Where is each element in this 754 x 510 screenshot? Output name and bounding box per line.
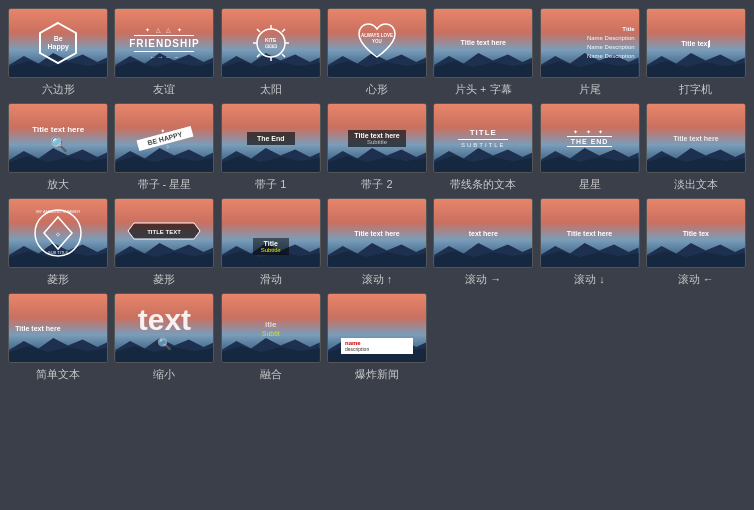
title-line-card[interactable]: TITLE SUBTITLE bbox=[433, 103, 533, 173]
banner1-text: The End bbox=[247, 132, 295, 145]
friendship-text: FRIENDSHIP bbox=[129, 38, 200, 49]
item-label: 片头 + 字幕 bbox=[455, 82, 512, 97]
list-item: text here 滚动 → bbox=[433, 198, 533, 287]
item-label: 片尾 bbox=[579, 82, 601, 97]
scroll-left-text: Title tex bbox=[683, 230, 709, 237]
rhombus-card[interactable]: TITLE TEXT bbox=[114, 198, 214, 268]
scroll-up-text: Title text here bbox=[354, 230, 399, 237]
banner1-card[interactable]: The End bbox=[221, 103, 321, 173]
item-label: 打字机 bbox=[679, 82, 712, 97]
merge-card[interactable]: itle Subtit bbox=[221, 293, 321, 363]
item-label: 缩小 bbox=[153, 367, 175, 382]
list-item: ✦ △ △ ✦ FRIENDSHIP ← → ← → 友谊 bbox=[114, 8, 214, 97]
list-item: Title text here 滚动 ↓ bbox=[539, 198, 639, 287]
list-item: KITE ⊡⊡⊡ 太阳 bbox=[221, 8, 321, 97]
sun-text2: ⊡⊡⊡ bbox=[265, 43, 277, 49]
item-label: 带子 - 星星 bbox=[138, 177, 192, 192]
list-item: TITLE SUBTITLE 带线条的文本 bbox=[433, 103, 533, 192]
list-item: ★ BE HAPPY ☆ 带子 - 星星 bbox=[114, 103, 214, 192]
news-desc-text: description bbox=[345, 346, 409, 352]
item-label: 友谊 bbox=[153, 82, 175, 97]
title-line-subtitle: SUBTITLE bbox=[458, 142, 508, 148]
scroll-down-card[interactable]: Title text here bbox=[540, 198, 640, 268]
simple-card[interactable]: Title text here bbox=[8, 293, 108, 363]
list-item: ✦ ✦ ✦ THE END 星星 bbox=[539, 103, 639, 192]
svg-text:◇: ◇ bbox=[55, 231, 61, 237]
slide-card[interactable]: Title Subtitle bbox=[221, 198, 321, 268]
zoom-out-card[interactable]: text 🔍 bbox=[114, 293, 214, 363]
item-label: 菱形 bbox=[153, 272, 175, 287]
scroll-left-card[interactable]: Title tex bbox=[646, 198, 746, 268]
scroll-right-text: text here bbox=[469, 230, 498, 237]
item-label: 心形 bbox=[366, 82, 388, 97]
svg-line-7 bbox=[282, 54, 285, 57]
item-label: 滚动 ← bbox=[678, 272, 714, 287]
list-item: itle Subtit 融合 bbox=[221, 293, 321, 382]
slide-subtitle-text: Subtitle bbox=[261, 247, 281, 253]
scroll-down-text: Title text here bbox=[567, 230, 612, 237]
slide-title-text: Title bbox=[261, 240, 281, 247]
item-label: 六边形 bbox=[42, 82, 75, 97]
merge-title: itle bbox=[265, 320, 277, 329]
fade-title: Title text here bbox=[673, 135, 718, 142]
list-item: Title text here Subtitle 带子 2 bbox=[327, 103, 427, 192]
list-item: Title tex| 打字机 bbox=[646, 8, 746, 97]
title-line-title: TITLE bbox=[458, 128, 508, 137]
tail-text: Title Name Description Name Description … bbox=[587, 25, 635, 61]
list-item: Title Subtitle 滑动 bbox=[221, 198, 321, 287]
list-item: Title text here 淡出文本 bbox=[646, 103, 746, 192]
item-label: 菱形 bbox=[47, 272, 69, 287]
tail-card[interactable]: Title Name Description Name Description … bbox=[540, 8, 640, 78]
item-label: 滑动 bbox=[260, 272, 282, 287]
magnify-card[interactable]: Title text here 🔍 bbox=[8, 103, 108, 173]
item-label: 爆炸新闻 bbox=[355, 367, 399, 382]
svg-line-8 bbox=[282, 29, 285, 32]
scroll-right-card[interactable]: text here bbox=[433, 198, 533, 268]
svg-text:TITLE TEXT: TITLE TEXT bbox=[148, 229, 182, 235]
item-label: 简单文本 bbox=[36, 367, 80, 382]
item-label: 太阳 bbox=[260, 82, 282, 97]
heart-card[interactable]: ALWAYS LOVE YOU bbox=[327, 8, 427, 78]
zoom-big-text: text bbox=[138, 305, 191, 335]
magnify-icon: 🔍 bbox=[50, 136, 67, 152]
list-item: ALWAYS LOVE YOU 心形 bbox=[327, 8, 427, 97]
banner2-title: Title text here bbox=[354, 132, 399, 139]
item-label: 滚动 → bbox=[465, 272, 501, 287]
svg-line-9 bbox=[257, 54, 260, 57]
svg-text:YOU: YOU bbox=[372, 39, 382, 44]
item-label: 带子 1 bbox=[255, 177, 286, 192]
merge-subtitle: Subtit bbox=[262, 330, 280, 337]
template-grid: Be Happy 六边形 ✦ △ △ ✦ FRIENDSHIP ← → ← → … bbox=[8, 8, 746, 382]
banner-star-card[interactable]: ★ BE HAPPY ☆ bbox=[114, 103, 214, 173]
list-item: Be Happy 六边形 bbox=[8, 8, 108, 97]
simple-text: Title text here bbox=[15, 325, 60, 332]
zoom-icon: 🔍 bbox=[157, 337, 172, 351]
list-item: name description 爆炸新闻 bbox=[327, 293, 427, 382]
friendship-card[interactable]: ✦ △ △ ✦ FRIENDSHIP ← → ← → bbox=[114, 8, 214, 78]
hexagon-card[interactable]: Be Happy bbox=[8, 8, 108, 78]
magnify-title: Title text here bbox=[32, 125, 84, 134]
list-item: TITLE TEXT 菱形 bbox=[114, 198, 214, 287]
sun-card[interactable]: KITE ⊡⊡⊡ bbox=[221, 8, 321, 78]
typewriter-text: Title tex| bbox=[681, 40, 710, 47]
banner2-card[interactable]: Title text here Subtitle bbox=[327, 103, 427, 173]
item-label: 滚动 ↑ bbox=[362, 272, 393, 287]
list-item: Title tex 滚动 ← bbox=[646, 198, 746, 287]
svg-line-6 bbox=[257, 29, 260, 32]
typewriter-card[interactable]: Title tex| bbox=[646, 8, 746, 78]
title-caption-text: Title text here bbox=[461, 38, 506, 48]
star-end-card[interactable]: ✦ ✦ ✦ THE END bbox=[540, 103, 640, 173]
fade-text-card[interactable]: Title text here bbox=[646, 103, 746, 173]
news-card[interactable]: name description bbox=[327, 293, 427, 363]
title-caption-card[interactable]: Title text here bbox=[433, 8, 533, 78]
scroll-up-card[interactable]: Title text here bbox=[327, 198, 427, 268]
item-label: 淡出文本 bbox=[674, 177, 718, 192]
the-end-text: THE END bbox=[567, 138, 612, 145]
svg-text:ALWAYS LOVE: ALWAYS LOVE bbox=[361, 33, 393, 38]
list-item: ◇ MY AMAZING SUMMER SUB TITLE 菱形 bbox=[8, 198, 108, 287]
item-label: 放大 bbox=[47, 177, 69, 192]
item-label: 融合 bbox=[260, 367, 282, 382]
list-item: The End 带子 1 bbox=[221, 103, 321, 192]
diamond-card[interactable]: ◇ MY AMAZING SUMMER SUB TITLE bbox=[8, 198, 108, 268]
hexagon-text: Be Happy bbox=[47, 35, 68, 50]
